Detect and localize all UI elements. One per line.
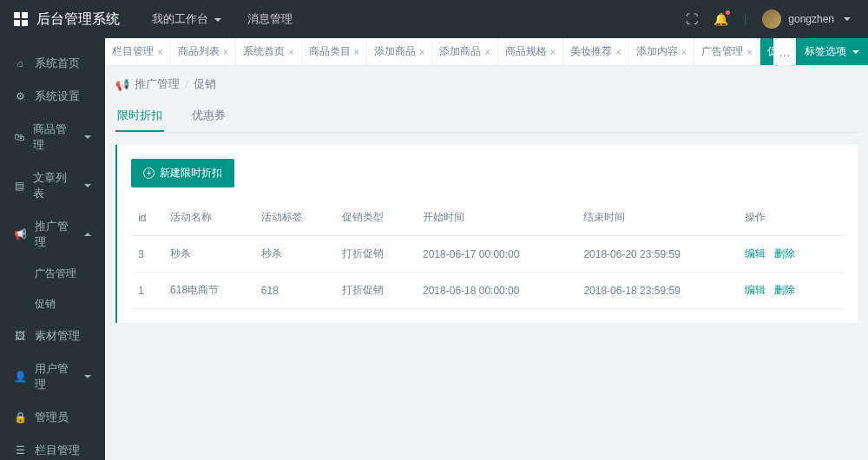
cell-start: 2018-06-17 00:00:00 (416, 236, 576, 273)
cell-id: 1 (131, 273, 163, 309)
tabs-scroll: 栏目管理×商品列表×系统首页×商品类目×添加商品×添加商品×商品规格×美妆推荐×… (105, 38, 773, 65)
cell-name: 618电商节 (163, 273, 254, 309)
promo-icon: 📢 (14, 228, 26, 240)
tab[interactable]: 商品列表× (171, 38, 236, 65)
bag-icon: 🛍 (14, 131, 24, 143)
sub-tab[interactable]: 限时折扣 (115, 101, 164, 132)
sidebar-item[interactable]: ⌂系统首页 (0, 47, 105, 80)
sidebar-item[interactable]: 📢推广管理 (0, 210, 105, 259)
username: gongzhen (788, 13, 834, 25)
tab[interactable]: 商品规格× (498, 38, 563, 65)
tab[interactable]: 添加内容× (629, 38, 694, 65)
edit-button[interactable]: 编辑 (745, 284, 766, 296)
chevron-down-icon (82, 181, 91, 191)
close-icon[interactable]: × (550, 47, 556, 57)
sidebar-item[interactable]: 🛍商品管理 (0, 113, 105, 161)
home-icon: ⌂ (14, 57, 26, 69)
close-icon[interactable]: × (484, 47, 490, 57)
tab[interactable]: 广告管理× (694, 38, 760, 65)
cell-tag: 秒杀 (254, 236, 335, 273)
main: 栏目管理×商品列表×系统首页×商品类目×添加商品×添加商品×商品规格×美妆推荐×… (105, 38, 868, 460)
breadcrumb: 📢 推广管理 / 促销 (115, 76, 858, 92)
tab-label: 促销 (767, 44, 773, 59)
close-icon[interactable]: × (681, 47, 687, 57)
close-icon[interactable]: × (288, 47, 293, 57)
sub-tab[interactable]: 优惠券 (190, 101, 227, 132)
sidebar-sub-item[interactable]: 促销 (0, 289, 105, 319)
close-icon[interactable]: × (419, 47, 424, 57)
table-header: 操作 (738, 200, 844, 236)
cell-name: 秒杀 (163, 236, 254, 273)
sidebar-item-label: 商品管理 (33, 122, 73, 153)
tab-label: 美妆推荐 (570, 44, 612, 59)
tab-label: 系统首页 (243, 44, 285, 59)
sidebar: ⌂系统首页⚙系统设置🛍商品管理▤文章列表📢推广管理广告管理促销🖼素材管理👤用户管… (0, 38, 105, 460)
nav-item[interactable]: 消息管理 (247, 11, 293, 27)
content: 📢 推广管理 / 促销 限时折扣优惠券 + 新建限时折扣 id活动名称活动标签促… (105, 66, 868, 460)
tab[interactable]: 美妆推荐× (563, 38, 628, 65)
close-icon[interactable]: × (746, 47, 752, 57)
tab-label: 商品类目 (309, 44, 351, 59)
tab[interactable]: 添加商品× (432, 38, 497, 65)
nav-menu: 我的工作台消息管理 (143, 11, 686, 27)
fullscreen-icon[interactable]: ⛶ (686, 12, 698, 26)
chevron-up-icon (82, 230, 91, 240)
header: 后台管理系统 我的工作台消息管理 ⛶ 🔔 | gongzhen (0, 0, 868, 38)
promo-table: id活动名称活动标签促销类型开始时间结束时间操作 3秒杀秒杀打折促销2018-0… (131, 200, 844, 309)
sidebar-item[interactable]: 👤用户管理 (0, 352, 105, 401)
new-discount-button[interactable]: + 新建限时折扣 (131, 159, 234, 187)
tab-actions-label: 标签选项 (805, 44, 846, 59)
tab[interactable]: 系统首页× (236, 38, 301, 65)
sidebar-item-label: 系统首页 (35, 56, 80, 71)
sidebar-item[interactable]: 🖼素材管理 (0, 319, 105, 352)
tab[interactable]: 栏目管理× (105, 38, 170, 65)
tabs-more-icon[interactable]: … (773, 45, 796, 59)
logo-area: 后台管理系统 (0, 10, 143, 29)
tab-actions-button[interactable]: 标签选项 (796, 38, 868, 65)
sidebar-sub-item[interactable]: 广告管理 (0, 259, 105, 289)
tab[interactable]: 添加商品× (367, 38, 432, 65)
close-icon[interactable]: × (354, 47, 359, 57)
close-icon[interactable]: × (223, 47, 228, 57)
user-menu[interactable]: gongzhen (762, 10, 851, 29)
close-icon[interactable]: × (157, 47, 162, 57)
sidebar-item-label: 文章列表 (33, 170, 73, 201)
table-header: 结束时间 (576, 200, 737, 236)
logo-icon (14, 12, 28, 26)
edit-button[interactable]: 编辑 (745, 247, 766, 260)
image-icon: 🖼 (14, 330, 26, 342)
chevron-down-icon (82, 372, 91, 382)
tab[interactable]: 促销× (760, 38, 773, 65)
sidebar-item[interactable]: ⚙系统设置 (0, 80, 105, 113)
breadcrumb-root[interactable]: 推广管理 (135, 76, 180, 92)
chevron-down-icon (850, 46, 859, 58)
tab-label: 广告管理 (701, 44, 743, 59)
cell-start: 2018-06-18 00:00:00 (416, 273, 576, 309)
cell-id: 3 (131, 236, 163, 273)
plus-icon: + (143, 168, 155, 179)
sidebar-item-label: 栏目管理 (35, 443, 80, 458)
delete-button[interactable]: 删除 (774, 247, 795, 260)
table-header: 活动名称 (163, 200, 254, 236)
sidebar-item-label: 素材管理 (35, 328, 80, 344)
sidebar-item[interactable]: 🔒管理员 (0, 401, 105, 434)
tab-label: 添加内容 (636, 44, 678, 59)
cell-tag: 618 (254, 273, 335, 309)
delete-button[interactable]: 删除 (774, 284, 795, 296)
sidebar-item[interactable]: ☰栏目管理 (0, 434, 105, 460)
tab-label: 添加商品 (439, 44, 481, 59)
avatar (762, 10, 781, 29)
breadcrumb-current: 促销 (194, 76, 216, 92)
cell-ops: 编辑删除 (738, 273, 844, 309)
cell-type: 打折促销 (335, 236, 416, 273)
bell-icon[interactable]: 🔔 (713, 12, 728, 26)
new-button-label: 新建限时折扣 (160, 166, 222, 181)
tab[interactable]: 商品类目× (302, 38, 367, 65)
nav-item[interactable]: 我的工作台 (152, 11, 221, 27)
tab-label: 商品列表 (178, 44, 220, 59)
breadcrumb-sep: / (185, 78, 188, 91)
sidebar-item-label: 推广管理 (35, 219, 73, 250)
close-icon[interactable]: × (615, 47, 621, 57)
table-header: 活动标签 (254, 200, 335, 236)
sidebar-item[interactable]: ▤文章列表 (0, 161, 105, 210)
